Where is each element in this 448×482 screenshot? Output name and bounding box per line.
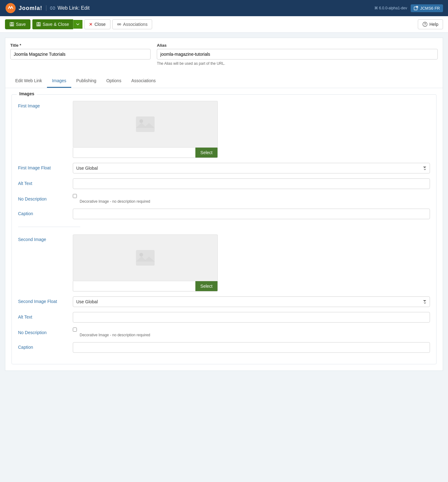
tab-images[interactable]: Images xyxy=(47,74,71,88)
save-label: Save xyxy=(16,22,26,27)
second-image-row: Second Image Select xyxy=(18,234,430,291)
chevron-down-icon xyxy=(76,22,80,26)
first-image-row: First Image Select xyxy=(18,101,430,158)
first-image-float-select[interactable]: Use Global None Left Right xyxy=(73,163,430,173)
second-nodesc-checkbox-label[interactable] xyxy=(73,328,430,332)
tab-associations[interactable]: Associations xyxy=(126,74,161,88)
first-image-placeholder xyxy=(73,101,218,148)
page-title: Web Link: Edit xyxy=(58,5,90,11)
associations-button[interactable]: Associations xyxy=(112,19,152,29)
weblink-icon xyxy=(50,6,55,11)
joomla-logo: Joomla! xyxy=(5,2,42,14)
second-image-float-label: Second Image Float xyxy=(18,296,68,304)
version-badge: ⌘ 6.0.0-alpha1-dev xyxy=(374,6,407,10)
second-image-float-select[interactable]: Use Global None Left Right xyxy=(73,296,430,307)
first-image-path-input[interactable] xyxy=(73,148,195,158)
images-fieldset: Images First Image xyxy=(12,94,436,364)
second-nodesc-hint: Decorative Image - no description requir… xyxy=(80,333,430,337)
title-input[interactable] xyxy=(10,49,151,59)
svg-rect-4 xyxy=(11,24,13,26)
save-icon xyxy=(10,22,14,26)
tab-publishing[interactable]: Publishing xyxy=(71,74,101,88)
section-divider xyxy=(18,227,80,227)
help-button[interactable]: ? Help xyxy=(418,19,443,29)
joomla-wordmark: Joomla! xyxy=(19,5,42,12)
help-label: Help xyxy=(429,22,438,27)
second-nodesc-checkbox[interactable] xyxy=(73,328,77,332)
second-image-float-row: Second Image Float Use Global None Left … xyxy=(18,296,430,307)
second-alt-input[interactable] xyxy=(73,312,430,323)
save-close-dropdown[interactable] xyxy=(73,20,82,29)
tab-edit-web-link[interactable]: Edit Web Link xyxy=(10,74,47,88)
toolbar-left: Save Save & Close ✕ Close xyxy=(5,19,152,29)
joomla-logo-icon xyxy=(5,2,16,14)
second-caption-input[interactable] xyxy=(73,342,430,353)
svg-rect-7 xyxy=(37,24,40,26)
navbar-right: ⌘ 6.0.0-alpha1-dev JCMS6 FR xyxy=(374,4,443,12)
first-image-float-label: First Image Float xyxy=(18,163,68,170)
second-image-float-select-wrapper: Use Global None Left Right ⌄ xyxy=(73,296,430,307)
first-nodesc-label: No Description xyxy=(18,194,68,201)
navbar-left: Joomla! Web Link: Edit xyxy=(5,2,90,14)
first-nodesc-row: No Description Decorative Image - no des… xyxy=(18,194,430,204)
svg-point-13 xyxy=(139,119,143,123)
save-close-button[interactable]: Save & Close xyxy=(32,19,73,29)
title-alias-row: Title * Alias The Alias will be used as … xyxy=(10,43,438,66)
second-image-path-input[interactable] xyxy=(73,281,195,291)
help-icon: ? xyxy=(422,22,427,27)
first-image-select-button[interactable]: Select xyxy=(195,148,217,158)
second-image-label: Second Image xyxy=(18,234,68,242)
second-image-float-control: Use Global None Left Right ⌄ xyxy=(73,296,430,307)
svg-point-8 xyxy=(117,24,119,25)
second-alt-row: Alt Text xyxy=(18,312,430,323)
tab-options[interactable]: Options xyxy=(101,74,126,88)
svg-rect-6 xyxy=(37,22,40,24)
second-image-placeholder xyxy=(73,234,218,281)
first-caption-row: Caption xyxy=(18,209,430,219)
save-button[interactable]: Save xyxy=(5,19,30,29)
first-nodesc-hint: Decorative Image - no description requir… xyxy=(80,199,430,204)
toolbar: Save Save & Close ✕ Close xyxy=(0,16,448,33)
second-image-select-button[interactable]: Select xyxy=(195,281,217,291)
svg-point-9 xyxy=(119,24,121,25)
close-icon: ✕ xyxy=(89,22,93,27)
svg-rect-3 xyxy=(11,22,13,24)
title-label: Title * xyxy=(10,43,151,48)
alias-input[interactable] xyxy=(157,49,438,59)
svg-text:?: ? xyxy=(424,23,426,26)
cms-badge[interactable]: JCMS6 FR xyxy=(411,4,443,12)
alias-group: Alias The Alias will be used as part of … xyxy=(157,43,438,66)
save-close-label: Save & Close xyxy=(43,22,69,27)
first-alt-input[interactable] xyxy=(73,178,430,189)
first-image-label: First Image xyxy=(18,101,68,108)
second-nodesc-control: Decorative Image - no description requir… xyxy=(73,328,430,337)
first-alt-label: Alt Text xyxy=(18,178,68,186)
main-panel: Images First Image xyxy=(5,88,443,371)
first-alt-row: Alt Text xyxy=(18,178,430,189)
first-image-control: Select xyxy=(73,101,430,158)
first-image-float-row: First Image Float Use Global None Left R… xyxy=(18,163,430,173)
tabs-bar: Edit Web Link Images Publishing Options … xyxy=(5,74,443,88)
second-caption-row: Caption xyxy=(18,342,430,353)
svg-rect-12 xyxy=(136,116,155,132)
first-image-float-select-wrapper: Use Global None Left Right ⌄ xyxy=(73,163,430,173)
second-caption-label: Caption xyxy=(18,342,68,350)
save-close-icon xyxy=(36,22,41,26)
first-image-input-row: Select xyxy=(73,148,218,158)
second-image-placeholder-icon xyxy=(133,245,158,270)
second-alt-label: Alt Text xyxy=(18,312,68,319)
second-image-control: Select xyxy=(73,234,430,291)
first-caption-input[interactable] xyxy=(73,209,430,219)
first-nodesc-checkbox-label[interactable] xyxy=(73,194,430,198)
alias-label: Alias xyxy=(157,43,438,48)
second-caption-control xyxy=(73,342,430,353)
first-alt-control xyxy=(73,178,430,189)
cms-badge-label: JCMS6 FR xyxy=(420,6,440,11)
close-button[interactable]: ✕ Close xyxy=(84,19,110,29)
external-link-icon xyxy=(414,6,418,10)
second-nodesc-row: No Description Decorative Image - no des… xyxy=(18,328,430,337)
second-image-input-row: Select xyxy=(73,281,218,291)
content-area: Title * Alias The Alias will be used as … xyxy=(0,33,448,376)
svg-rect-14 xyxy=(136,250,155,266)
first-nodesc-checkbox[interactable] xyxy=(73,194,77,198)
